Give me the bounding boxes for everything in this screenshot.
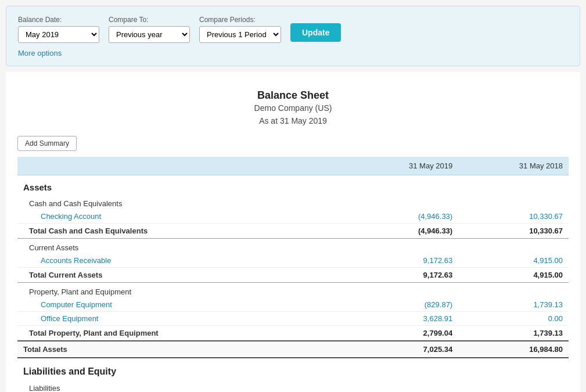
section-header-row: Assets — [17, 175, 569, 195]
sub-section-label: Property, Plant and Equipment — [17, 282, 569, 298]
row-current-value: 9,172.63 — [348, 254, 458, 268]
report-as-at: As at 31 May 2019 — [17, 114, 569, 127]
add-summary-button[interactable]: Add Summary — [17, 136, 77, 151]
grand-total-current-value: 7,025.34 — [348, 341, 458, 358]
report-header: Balance Sheet Demo Company (US) As at 31… — [17, 78, 569, 136]
total-previous-value: 1,739.13 — [458, 325, 569, 341]
sub-section-label: Cash and Cash Equivalents — [17, 195, 569, 210]
total-label: Total Cash and Cash Equivalents — [17, 223, 348, 238]
grand-total-row: Total Assets 7,025.34 16,984.80 — [17, 341, 569, 358]
section-header-label: Assets — [17, 175, 569, 195]
row-current-value: (829.87) — [348, 298, 458, 312]
total-current-value: (4,946.33) — [348, 223, 458, 238]
table-row: Computer Equipment (829.87) 1,739.13 — [17, 298, 569, 312]
filter-row: Balance Date: May 2019 Compare To: Previ… — [18, 16, 568, 43]
liabilities-section-header-row: Liabilities and Equity — [17, 358, 569, 379]
sub-section-header-row: Property, Plant and Equipment — [17, 282, 569, 298]
compare-periods-label: Compare Periods: — [199, 16, 281, 24]
sub-section-label: Current Assets — [17, 238, 569, 254]
balance-date-group: Balance Date: May 2019 — [18, 16, 99, 43]
report-company: Demo Company (US) — [17, 102, 569, 114]
compare-periods-select[interactable]: Previous 1 Period — [199, 26, 281, 43]
total-row: Total Current Assets 9,172.63 4,915.00 — [17, 267, 569, 282]
header-current-cell: 31 May 2019 — [348, 157, 458, 175]
row-previous-value: 10,330.67 — [458, 210, 569, 224]
row-previous-value: 4,915.00 — [458, 254, 569, 268]
report-table: 31 May 2019 31 May 2018 AssetsCash and C… — [17, 157, 569, 392]
row-current-value: (4,946.33) — [348, 210, 458, 224]
compare-to-label: Compare To: — [109, 16, 190, 24]
sub-section-label: Liabilities — [17, 379, 569, 392]
row-current-value: 3,628.91 — [348, 311, 458, 325]
total-previous-value: 10,330.67 — [458, 223, 569, 238]
total-label: Total Current Assets — [17, 267, 348, 282]
more-options-link[interactable]: More options — [18, 49, 62, 57]
more-options-section: More options — [18, 49, 568, 57]
header-previous-cell: 31 May 2018 — [458, 157, 569, 175]
compare-periods-group: Compare Periods: Previous 1 Period — [199, 16, 281, 43]
total-row: Total Property, Plant and Equipment 2,79… — [17, 325, 569, 341]
filter-bar: Balance Date: May 2019 Compare To: Previ… — [6, 6, 580, 66]
sub-section-header-row: Liabilities — [17, 379, 569, 392]
update-button[interactable]: Update — [290, 23, 341, 42]
report-title: Balance Sheet — [17, 89, 569, 102]
total-previous-value: 4,915.00 — [458, 267, 569, 282]
report-container: Balance Sheet Demo Company (US) As at 31… — [6, 72, 580, 392]
total-current-value: 9,172.63 — [348, 267, 458, 282]
row-label[interactable]: Accounts Receivable — [17, 254, 348, 268]
sub-section-header-row: Current Assets — [17, 238, 569, 254]
row-previous-value: 0.00 — [458, 311, 569, 325]
row-label[interactable]: Computer Equipment — [17, 298, 348, 312]
sub-section-header-row: Cash and Cash Equivalents — [17, 195, 569, 210]
compare-to-select[interactable]: Previous year Previous Period — [109, 26, 190, 43]
row-previous-value: 1,739.13 — [458, 298, 569, 312]
row-label[interactable]: Office Equipment — [17, 311, 348, 325]
balance-date-select[interactable]: May 2019 — [18, 26, 99, 43]
row-label[interactable]: Checking Account — [17, 210, 348, 224]
compare-to-group: Compare To: Previous year Previous Perio… — [109, 16, 190, 43]
table-row: Accounts Receivable 9,172.63 4,915.00 — [17, 254, 569, 268]
balance-date-label: Balance Date: — [18, 16, 99, 24]
table-row: Checking Account (4,946.33) 10,330.67 — [17, 210, 569, 224]
table-row: Office Equipment 3,628.91 0.00 — [17, 311, 569, 325]
total-label: Total Property, Plant and Equipment — [17, 325, 348, 341]
total-current-value: 2,799.04 — [348, 325, 458, 341]
grand-total-previous-value: 16,984.80 — [458, 341, 569, 358]
total-row: Total Cash and Cash Equivalents (4,946.3… — [17, 223, 569, 238]
table-header-row: 31 May 2019 31 May 2018 — [17, 157, 569, 175]
grand-total-label: Total Assets — [17, 341, 348, 358]
liabilities-section-label: Liabilities and Equity — [17, 358, 569, 379]
header-label-cell — [17, 157, 348, 175]
